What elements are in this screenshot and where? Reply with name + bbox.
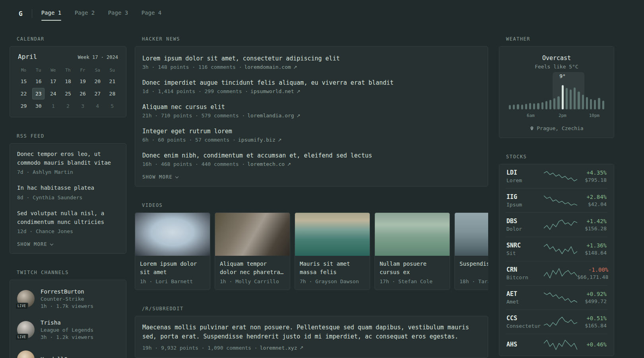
weather-peak-temp: 9°	[559, 73, 566, 79]
stock-row[interactable]: LDI Lorem +4.35% $795.18	[506, 164, 607, 188]
video-title: Suspendisse diam	[455, 256, 488, 276]
app-logo[interactable]: G	[19, 10, 23, 18]
stock-row[interactable]: DBS Dolor +1.42% $156.28	[506, 212, 607, 237]
weather-section-title: WEATHER	[499, 36, 614, 42]
stock-ticker: AHS	[506, 341, 544, 348]
calendar-day: 26	[77, 88, 89, 99]
tab-page-1[interactable]: Page 1	[41, 6, 62, 21]
stock-row[interactable]: CCS Consectetur +0.51% $165.84	[506, 309, 607, 334]
rss-item-link[interactable]: Sed volutpat nulla nisl, a condimentum n…	[17, 209, 119, 226]
reddit-domain-link[interactable]: loremnet.xyz	[260, 345, 297, 351]
subreddit-card: Maecenas mollis pulvinar erat non posuer…	[135, 316, 488, 358]
hn-domain-link[interactable]: loremdomain.com	[244, 64, 291, 70]
videos-section-title: VIDEOS	[135, 202, 488, 208]
stock-change: +2.84%	[586, 194, 607, 200]
weather-bar	[594, 100, 596, 109]
tab-page-3[interactable]: Page 3	[108, 6, 128, 21]
weather-bar	[590, 99, 592, 109]
weather-card: Overcast Feels like 5°C 9° 6am2pm10pm Pr…	[499, 46, 614, 138]
external-link-icon: ↗	[278, 137, 282, 143]
stock-quote: -1.00% $66,171.48	[577, 267, 608, 280]
stock-ticker: CRN	[506, 266, 544, 273]
twitch-channel-row[interactable]: LIVE Trisha League of Legends 3h · 1.2k …	[17, 314, 119, 345]
calendar-day: 22	[17, 88, 30, 99]
stock-identity: DBS Dolor	[506, 218, 544, 232]
video-thumbnail	[295, 213, 370, 256]
stock-row[interactable]: SNRC Sit +1.36% $148.64	[506, 237, 607, 261]
hn-item-link[interactable]: Donec imperdiet augue tincidunt felis al…	[142, 79, 481, 86]
weather-condition: Overcast	[509, 54, 604, 62]
stock-name: Consectetur	[506, 323, 544, 329]
channel-name: ForrestBurton	[41, 288, 93, 295]
hn-domain-link[interactable]: ipsumworld.net	[250, 88, 294, 94]
hn-domain-link[interactable]: loremlandia.org	[247, 113, 294, 119]
hn-meta-text: 16h · 468 points · 440 comments ·	[142, 161, 245, 167]
weather-bar	[557, 96, 559, 109]
weather-bar	[562, 85, 564, 109]
stock-quote: +0.51% $165.84	[585, 315, 607, 329]
rss-item-meta: 7d · Ashlyn Martin	[17, 169, 119, 175]
video-card[interactable]: Suspendisse diam 18h · Tara	[454, 212, 488, 290]
stock-row[interactable]: AHS +0.46%	[506, 334, 607, 356]
stock-price: $42.04	[586, 201, 607, 207]
hn-item-link[interactable]: Integer eget rutrum lorem	[142, 128, 481, 135]
video-card[interactable]: Nullam posuere cursus ex 17h · Stefan Co…	[374, 212, 450, 290]
weather-bar	[521, 105, 523, 109]
weather-hourly-chart: 9°	[509, 83, 604, 109]
video-card[interactable]: Mauris sit amet massa felis 7h · Grayson…	[295, 212, 370, 290]
external-link-icon: ↗	[300, 345, 304, 350]
stock-ticker: DBS	[506, 218, 544, 225]
video-card[interactable]: Aliquam tempor dolor nec pharetra… 1h · …	[215, 212, 290, 290]
tab-page-4[interactable]: Page 4	[142, 6, 162, 21]
stock-change: +0.92%	[585, 291, 607, 297]
weather-bar	[525, 104, 527, 109]
video-title: Lorem ipsum dolor sit amet consectetu…	[135, 256, 210, 276]
calendar-day-grid: 15 16 17 18 19 20 21 22 23 24 25 26 27 2…	[16, 75, 120, 112]
video-row: Lorem ipsum dolor sit amet consectetu… 1…	[135, 212, 488, 290]
channel-info: Trisha League of Legends 3h · 1.2k viewe…	[41, 319, 93, 340]
hn-show-more-button[interactable]: SHOW MORE	[142, 171, 178, 185]
location-pin-icon	[530, 126, 534, 131]
video-card[interactable]: Lorem ipsum dolor sit amet consectetu… 1…	[135, 212, 210, 290]
hn-domain-link[interactable]: ipsumify.biz	[238, 137, 275, 143]
stock-row[interactable]: AET Amet +0.92% $499.72	[506, 285, 607, 309]
video-thumbnail	[135, 213, 210, 256]
calendar-day: 16	[32, 76, 45, 87]
reddit-meta-text: 19h · 9,932 points · 1,090 comments ·	[142, 345, 258, 351]
twitch-card: LIVE ForrestBurton Counter-Strike 1h · 1…	[10, 280, 126, 358]
reddit-post-link[interactable]: Maecenas mollis pulvinar erat non posuer…	[142, 323, 481, 342]
stock-name: Sit	[506, 250, 544, 256]
stock-identity: LDI Lorem	[506, 169, 544, 183]
hackernews-card: Lorem ipsum dolor sit amet, consectetur …	[135, 46, 488, 187]
stock-change: +0.46%	[586, 341, 607, 348]
hn-item-meta: 3h · 148 points · 116 comments · loremdo…	[142, 64, 481, 70]
hn-item-link[interactable]: Lorem ipsum dolor sit amet, consectetur …	[142, 55, 481, 62]
twitch-channel-row[interactable]: KendallCarr	[17, 345, 119, 358]
stock-price: $795.18	[585, 177, 607, 183]
hn-meta-text: 6h · 60 points · 57 comments ·	[142, 137, 236, 143]
calendar-section-title: CALENDAR	[10, 36, 126, 42]
stock-ticker: AET	[506, 290, 544, 298]
rss-show-more-button[interactable]: SHOW MORE	[17, 238, 53, 253]
rss-item-link[interactable]: Donec tempor eros leo, ut commodo mauris…	[17, 150, 119, 167]
twitch-channel-row[interactable]: LIVE ForrestBurton Counter-Strike 1h · 1…	[17, 283, 119, 314]
hn-item-meta: 21h · 710 points · 579 comments · loreml…	[142, 113, 481, 119]
hn-domain-link[interactable]: loremtech.co	[247, 161, 285, 167]
rss-item-link[interactable]: In hac habitasse platea	[17, 184, 119, 193]
twitch-section: TWITCH CHANNELS LIVE ForrestBurton Count…	[10, 270, 126, 358]
stocks-card: LDI Lorem +4.35% $795.18 IIG Ipsum	[499, 164, 614, 356]
left-column: CALENDAR April Week 17 · 2024 Mo Tu We T…	[10, 36, 126, 358]
weather-bar	[586, 97, 588, 109]
top-nav: G Page 1 Page 2 Page 3 Page 4	[0, 0, 644, 27]
tab-page-2[interactable]: Page 2	[75, 6, 95, 21]
stock-row[interactable]: CRN Bitcorn -1.00% $66,171.48	[506, 261, 607, 285]
calendar-day: 27	[91, 88, 104, 99]
stock-sparkline	[544, 170, 577, 182]
hn-item-link[interactable]: Donec enim nibh, condimentum et accumsan…	[142, 152, 481, 159]
stock-row[interactable]: IIG Ipsum +2.84% $42.04	[506, 188, 607, 212]
hn-item-link[interactable]: Aliquam nec cursus elit	[142, 103, 481, 111]
stock-identity: IIG Ipsum	[506, 193, 544, 208]
external-link-icon: ↗	[297, 89, 301, 94]
external-link-icon: ↗	[287, 161, 291, 167]
calendar-day: 21	[106, 76, 118, 87]
